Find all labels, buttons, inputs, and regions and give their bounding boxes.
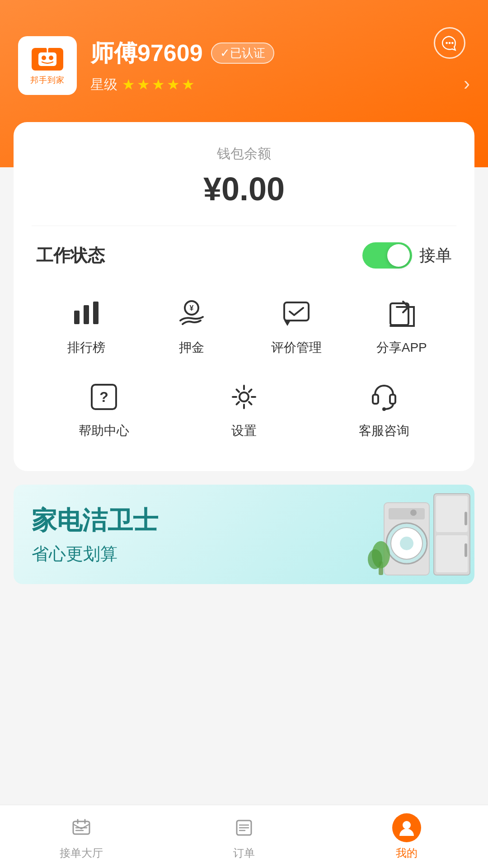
star-3: ★ — [152, 76, 165, 93]
star-2: ★ — [137, 76, 150, 93]
wallet-amount: ¥0.00 — [32, 170, 456, 208]
ranking-label: 排行榜 — [67, 339, 105, 356]
verified-badge: ✓已认证 — [211, 42, 274, 64]
status-controls: 接单 — [362, 242, 452, 269]
deposit-label: 押金 — [179, 339, 204, 356]
svg-rect-9 — [74, 311, 80, 324]
svg-rect-32 — [465, 512, 467, 525]
svg-rect-14 — [284, 302, 309, 321]
svg-point-8 — [46, 46, 49, 49]
status-header: 工作状态 接单 — [36, 242, 452, 269]
help-circle-icon: ? — [86, 379, 122, 415]
profile-info: 师傅97609 ✓已认证 星级 ★ ★ ★ ★ ★ — [90, 38, 470, 94]
share-label: 分享APP — [376, 339, 427, 356]
menu-item-deposit[interactable]: ¥ 押金 — [141, 287, 242, 365]
user-name: 师傅97609 — [90, 38, 203, 69]
avatar: 邦手到家 — [18, 36, 77, 95]
order-list-tab-label: 订单 — [233, 846, 255, 860]
star-label: 星级 — [90, 75, 117, 94]
tab-orders[interactable]: 接单大厅 — [0, 813, 163, 860]
bar-chart-icon — [68, 296, 104, 332]
svg-point-2 — [451, 42, 454, 44]
svg-rect-11 — [93, 302, 99, 324]
brand-name: 邦手到家 — [30, 75, 65, 85]
svg-point-0 — [446, 42, 448, 44]
help-label: 帮助中心 — [79, 422, 129, 439]
menu-item-help[interactable]: ? 帮助中心 — [36, 370, 172, 448]
profile-arrow-icon[interactable]: › — [464, 73, 470, 94]
svg-point-28 — [410, 509, 417, 516]
tab-mine[interactable]: 我的 — [325, 813, 488, 860]
wallet-label: 钱包余额 — [32, 145, 456, 163]
banner-image — [312, 485, 474, 584]
hand-coin-icon: ¥ — [174, 296, 210, 332]
tab-bar: 接单大厅 订单 我的 — [0, 805, 488, 868]
svg-point-42 — [403, 821, 411, 829]
headset-icon — [366, 379, 402, 415]
work-status-section: 工作状态 接单 排行榜 — [32, 226, 456, 453]
comment-check-icon — [278, 296, 314, 332]
svg-text:?: ? — [99, 389, 108, 405]
star-1: ★ — [122, 76, 135, 93]
support-label: 客服咨询 — [359, 422, 409, 439]
star-4: ★ — [167, 76, 180, 93]
verified-text: ✓已认证 — [220, 45, 265, 61]
work-status-toggle[interactable] — [362, 242, 412, 269]
message-button[interactable] — [434, 27, 465, 59]
gear-icon — [226, 379, 262, 415]
svg-rect-27 — [389, 508, 425, 519]
svg-rect-31 — [436, 535, 468, 572]
svg-rect-33 — [465, 543, 467, 557]
orders-tab-icon — [67, 813, 96, 842]
star-5: ★ — [182, 76, 195, 93]
reviews-label: 评价管理 — [271, 339, 322, 356]
accept-label: 接单 — [419, 245, 452, 267]
work-status-title: 工作状态 — [36, 244, 105, 267]
profile-section: 邦手到家 师傅97609 ✓已认证 星级 ★ ★ ★ ★ ★ › — [18, 36, 470, 95]
svg-point-26 — [400, 537, 413, 550]
mine-tab-icon — [392, 813, 421, 842]
menu-item-settings[interactable]: 设置 — [176, 370, 312, 448]
menu-item-reviews[interactable]: 评价管理 — [246, 287, 347, 365]
banner-text: 家电洁卫士 省心更划算 — [14, 490, 176, 579]
tab-order-list[interactable]: 订单 — [163, 813, 325, 860]
menu-item-ranking[interactable]: 排行榜 — [36, 287, 137, 365]
svg-rect-21 — [390, 395, 395, 404]
svg-point-22 — [382, 407, 386, 411]
svg-point-36 — [368, 549, 382, 569]
star-rating-row: 星级 ★ ★ ★ ★ ★ — [90, 75, 470, 94]
share-icon — [384, 296, 420, 332]
menu-item-share[interactable]: 分享APP — [352, 287, 452, 365]
svg-rect-4 — [38, 52, 56, 66]
order-list-tab-icon — [230, 813, 258, 842]
orders-tab-label: 接单大厅 — [60, 846, 103, 860]
svg-text:¥: ¥ — [189, 304, 193, 312]
banner-title: 家电洁卫士 — [32, 504, 158, 538]
toggle-knob — [387, 244, 410, 267]
wallet-section: 钱包余额 ¥0.00 — [32, 145, 456, 226]
svg-point-5 — [42, 56, 46, 60]
menu-item-support[interactable]: 客服咨询 — [316, 370, 452, 448]
banner-section[interactable]: 家电洁卫士 省心更划算 — [14, 485, 474, 584]
svg-point-6 — [49, 56, 53, 60]
stars: ★ ★ ★ ★ ★ — [122, 76, 195, 93]
banner-subtitle: 省心更划算 — [32, 542, 158, 566]
menu-row-1: 排行榜 ¥ 押金 — [36, 287, 452, 365]
svg-point-19 — [239, 392, 249, 401]
main-card: 钱包余额 ¥0.00 工作状态 接单 — [14, 122, 474, 471]
settings-label: 设置 — [231, 422, 257, 439]
svg-rect-30 — [436, 496, 468, 532]
svg-rect-20 — [373, 395, 378, 404]
message-dots-icon — [441, 34, 458, 52]
svg-point-1 — [449, 42, 451, 44]
appliance-illustration — [312, 485, 474, 584]
mine-tab-label: 我的 — [396, 846, 418, 860]
menu-row-2: ? 帮助中心 设置 — [36, 370, 452, 448]
svg-rect-10 — [84, 305, 89, 324]
brand-logo-icon — [29, 46, 66, 73]
